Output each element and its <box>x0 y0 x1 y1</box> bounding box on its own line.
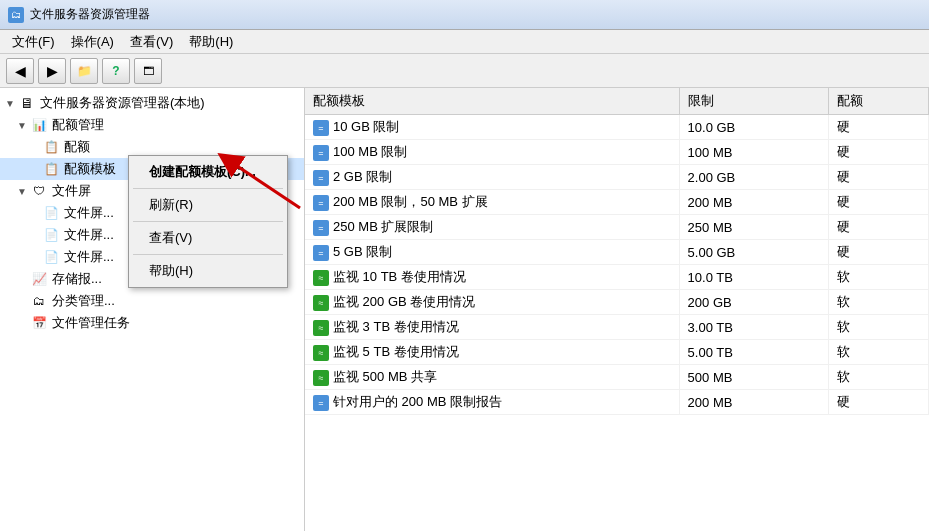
row-icon: = <box>313 145 329 161</box>
cell-limit: 5.00 GB <box>679 240 829 265</box>
cell-name-text: 250 MB 扩展限制 <box>333 219 433 234</box>
row-icon: ≈ <box>313 295 329 311</box>
expand-icon-empty <box>16 317 28 329</box>
col-header-limit[interactable]: 限制 <box>679 88 829 115</box>
col-header-name[interactable]: 配额模板 <box>305 88 679 115</box>
title-bar-text: 文件服务器资源管理器 <box>30 6 150 23</box>
cell-type: 软 <box>829 265 929 290</box>
table-row[interactable]: ≈监视 5 TB 卷使用情况5.00 TB软 <box>305 340 929 365</box>
cell-type: 软 <box>829 290 929 315</box>
cell-limit: 200 GB <box>679 290 829 315</box>
row-icon: = <box>313 170 329 186</box>
expand-icon-empty <box>28 141 40 153</box>
sidebar-label-quota: 配额 <box>64 138 90 156</box>
cell-type: 硬 <box>829 390 929 415</box>
table-row[interactable]: ≈监视 3 TB 卷使用情况3.00 TB软 <box>305 315 929 340</box>
quota-template-icon: 📋 <box>42 160 60 178</box>
sidebar-label-storage-report: 存储报... <box>52 270 102 288</box>
row-icon: ≈ <box>313 320 329 336</box>
cell-limit: 2.00 GB <box>679 165 829 190</box>
back-button[interactable]: ◀ <box>6 58 34 84</box>
quota-icon: 📋 <box>42 138 60 156</box>
expand-icon-empty <box>16 273 28 285</box>
help-button[interactable]: ? <box>102 58 130 84</box>
cell-limit: 10.0 GB <box>679 115 829 140</box>
cell-name: ≈监视 500 MB 共享 <box>305 365 679 390</box>
menu-action[interactable]: 操作(A) <box>63 31 122 53</box>
cell-limit: 10.0 TB <box>679 265 829 290</box>
row-icon: = <box>313 395 329 411</box>
sidebar-label-file-task: 文件管理任务 <box>52 314 130 332</box>
table-row[interactable]: =5 GB 限制5.00 GB硬 <box>305 240 929 265</box>
context-menu-help[interactable]: 帮助(H) <box>129 257 287 285</box>
cell-type: 硬 <box>829 215 929 240</box>
cell-limit: 5.00 TB <box>679 340 829 365</box>
cell-name-text: 5 GB 限制 <box>333 244 392 259</box>
table-row[interactable]: ≈监视 200 GB 卷使用情况200 GB软 <box>305 290 929 315</box>
context-menu-separator-2 <box>133 221 283 222</box>
menu-help[interactable]: 帮助(H) <box>181 31 241 53</box>
cell-limit: 200 MB <box>679 190 829 215</box>
forward-button[interactable]: ▶ <box>38 58 66 84</box>
cell-type: 硬 <box>829 240 929 265</box>
cell-name: =10 GB 限制 <box>305 115 679 140</box>
expand-icon-empty <box>28 251 40 263</box>
cell-name-text: 监视 500 MB 共享 <box>333 369 437 384</box>
cell-type: 软 <box>829 315 929 340</box>
table-row[interactable]: =250 MB 扩展限制250 MB硬 <box>305 215 929 240</box>
context-menu-refresh[interactable]: 刷新(R) <box>129 191 287 219</box>
cell-type: 硬 <box>829 165 929 190</box>
menu-file[interactable]: 文件(F) <box>4 31 63 53</box>
expand-icon: ▼ <box>4 97 16 109</box>
cell-name: =针对用户的 200 MB 限制报告 <box>305 390 679 415</box>
file-screen-1-icon: 📄 <box>42 204 60 222</box>
menu-view[interactable]: 查看(V) <box>122 31 181 53</box>
context-menu-create[interactable]: 创建配额模板(C)... <box>129 158 287 186</box>
cell-name: =5 GB 限制 <box>305 240 679 265</box>
cell-name: =2 GB 限制 <box>305 165 679 190</box>
context-menu-separator-3 <box>133 254 283 255</box>
table-row[interactable]: ≈监视 10 TB 卷使用情况10.0 TB软 <box>305 265 929 290</box>
expand-icon: ▼ <box>16 119 28 131</box>
cell-limit: 500 MB <box>679 365 829 390</box>
cell-name-text: 监视 10 TB 卷使用情况 <box>333 269 466 284</box>
cell-name-text: 针对用户的 200 MB 限制报告 <box>333 394 502 409</box>
sidebar-item-root[interactable]: ▼ 🖥 文件服务器资源管理器(本地) <box>0 92 304 114</box>
row-icon: = <box>313 220 329 236</box>
table-row[interactable]: =10 GB 限制10.0 GB硬 <box>305 115 929 140</box>
row-icon: ≈ <box>313 270 329 286</box>
table-row[interactable]: =100 MB 限制100 MB硬 <box>305 140 929 165</box>
cell-limit: 200 MB <box>679 390 829 415</box>
cell-limit: 250 MB <box>679 215 829 240</box>
expand-icon-empty <box>28 163 40 175</box>
cell-name: ≈监视 10 TB 卷使用情况 <box>305 265 679 290</box>
cell-type: 软 <box>829 340 929 365</box>
cell-name: ≈监视 5 TB 卷使用情况 <box>305 340 679 365</box>
file-screen-icon: 🛡 <box>30 182 48 200</box>
row-icon: ≈ <box>313 370 329 386</box>
window-button[interactable]: 🗔 <box>134 58 162 84</box>
cell-type: 软 <box>829 365 929 390</box>
table-row[interactable]: ≈监视 500 MB 共享500 MB软 <box>305 365 929 390</box>
cell-name-text: 监视 5 TB 卷使用情况 <box>333 344 459 359</box>
table-row[interactable]: =200 MB 限制，50 MB 扩展200 MB硬 <box>305 190 929 215</box>
table-row[interactable]: =针对用户的 200 MB 限制报告200 MB硬 <box>305 390 929 415</box>
col-header-quota[interactable]: 配额 <box>829 88 929 115</box>
sidebar-label-quota-mgmt: 配额管理 <box>52 116 104 134</box>
row-icon: = <box>313 195 329 211</box>
content-area: 配额模板 限制 配额 =10 GB 限制10.0 GB硬=100 MB 限制10… <box>305 88 929 531</box>
sidebar-item-quota-mgmt[interactable]: ▼ 📊 配额管理 <box>0 114 304 136</box>
cell-name-text: 10 GB 限制 <box>333 119 399 134</box>
folder-button[interactable]: 📁 <box>70 58 98 84</box>
toolbar: ◀ ▶ 📁 ? 🗔 <box>0 54 929 88</box>
expand-icon-empty <box>28 229 40 241</box>
sidebar-item-file-task[interactable]: 📅 文件管理任务 <box>0 312 304 334</box>
cell-type: 硬 <box>829 115 929 140</box>
cell-name: =100 MB 限制 <box>305 140 679 165</box>
context-menu-view[interactable]: 查看(V) <box>129 224 287 252</box>
sidebar-item-classify-mgmt[interactable]: 🗂 分类管理... <box>0 290 304 312</box>
cell-name: ≈监视 3 TB 卷使用情况 <box>305 315 679 340</box>
cell-limit: 3.00 TB <box>679 315 829 340</box>
table-row[interactable]: =2 GB 限制2.00 GB硬 <box>305 165 929 190</box>
cell-type: 硬 <box>829 190 929 215</box>
